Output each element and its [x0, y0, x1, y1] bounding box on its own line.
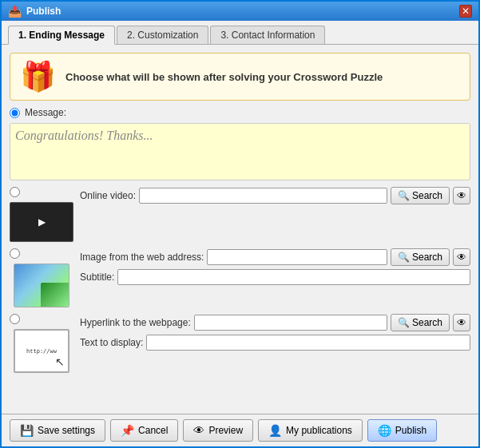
video-search-button[interactable]: 🔍 Search — [391, 187, 450, 204]
image-url-input[interactable] — [207, 249, 387, 265]
save-icon: 💾 — [20, 424, 34, 437]
video-eye-button[interactable]: 👁 — [453, 187, 470, 204]
video-radio[interactable] — [10, 187, 20, 197]
text-to-display-label: Text to display: — [80, 337, 143, 348]
main-content: 🎁 Choose what will be shown after solvin… — [2, 45, 478, 414]
cancel-button[interactable]: 📌 Cancel — [110, 419, 178, 442]
tab-contact-information[interactable]: 3. Contact Information — [210, 26, 325, 44]
hyperlink-url-input[interactable] — [194, 315, 387, 331]
tab-ending-message[interactable]: 1. Ending Message — [8, 26, 115, 45]
subtitle-input[interactable] — [117, 269, 470, 285]
image-url-label: Image from the web address: — [80, 252, 204, 263]
hyperlink-eye-icon: 👁 — [457, 317, 466, 328]
message-radio[interactable] — [10, 108, 20, 118]
image-eye-button[interactable]: 👁 — [453, 248, 470, 266]
publish-label: Publish — [395, 425, 426, 436]
gift-icon: 🎁 — [20, 60, 56, 93]
image-radio-row — [10, 248, 20, 259]
hyperlink-section: http://ww ↖ Hyperlink to the webpage: 🔍 … — [10, 314, 470, 373]
image-eye-icon: 👁 — [457, 252, 466, 263]
image-url-row: Image from the web address: 🔍 Search 👁 — [80, 248, 470, 266]
play-icon: ▶ — [38, 216, 46, 228]
video-url-row: Online video: 🔍 Search 👁 — [80, 187, 470, 204]
image-search-icon: 🔍 — [398, 252, 410, 263]
my-publications-label: My publications — [286, 425, 352, 436]
image-search-label: Search — [412, 252, 442, 263]
message-label: Message: — [25, 107, 66, 118]
image-search-button[interactable]: 🔍 Search — [391, 248, 450, 266]
text-to-display-row: Text to display: — [80, 335, 470, 351]
hyperlink-url-row: Hyperlink to the webpage: 🔍 Search 👁 — [80, 314, 470, 331]
video-fields: Online video: 🔍 Search 👁 — [80, 187, 470, 204]
subtitle-label: Subtitle: — [80, 272, 114, 283]
hyperlink-search-label: Search — [412, 317, 442, 328]
cancel-label: Cancel — [138, 425, 168, 436]
hyperlink-fields: Hyperlink to the webpage: 🔍 Search 👁 Tex… — [80, 314, 470, 351]
header-box: 🎁 Choose what will be shown after solvin… — [10, 53, 470, 101]
close-icon: ✕ — [462, 6, 470, 17]
header-text: Choose what will be shown after solving … — [65, 71, 383, 83]
image-fields: Image from the web address: 🔍 Search 👁 S… — [80, 248, 470, 285]
publish-window: 📤 Publish ✕ 1. Ending Message 2. Customi… — [0, 0, 480, 448]
save-label: Save settings — [38, 425, 95, 436]
tab-customization[interactable]: 2. Customization — [117, 26, 208, 44]
image-radio[interactable] — [10, 248, 20, 259]
message-textarea[interactable]: Congratulations! Thanks... — [10, 123, 470, 180]
close-button[interactable]: ✕ — [459, 5, 472, 18]
http-text: http://ww — [26, 348, 57, 355]
window-icon: 📤 — [8, 5, 22, 18]
publications-icon: 👤 — [268, 424, 282, 437]
hyperlink-url-label: Hyperlink to the webpage: — [80, 317, 191, 328]
bottom-bar: 💾 Save settings 📌 Cancel 👁 Preview 👤 My … — [2, 414, 478, 446]
my-publications-button[interactable]: 👤 My publications — [258, 419, 363, 442]
video-url-input[interactable] — [139, 188, 387, 204]
hyperlink-search-icon: 🔍 — [398, 317, 410, 328]
video-thumbnail: ▶ — [10, 202, 73, 242]
hyperlink-search-button[interactable]: 🔍 Search — [391, 314, 450, 331]
tab-bar: 1. Ending Message 2. Customization 3. Co… — [2, 21, 478, 45]
publish-icon: 🌐 — [378, 424, 391, 437]
hyperlink-thumbnail: http://ww ↖ — [14, 329, 69, 373]
preview-icon: 👁 — [193, 424, 204, 437]
preview-label: Preview — [208, 425, 243, 436]
message-section: Message: Congratulations! Thanks... — [10, 107, 470, 180]
publish-button[interactable]: 🌐 Publish — [367, 419, 437, 442]
video-section: ▶ Online video: 🔍 Search 👁 — [10, 187, 470, 242]
preview-button[interactable]: 👁 Preview — [183, 419, 253, 442]
cancel-icon: 📌 — [121, 424, 134, 437]
image-thumbnail — [14, 264, 69, 307]
video-search-icon: 🔍 — [398, 190, 410, 201]
hyperlink-eye-button[interactable]: 👁 — [453, 314, 470, 331]
video-eye-icon: 👁 — [457, 190, 466, 201]
save-settings-button[interactable]: 💾 Save settings — [10, 419, 105, 442]
video-radio-row — [10, 187, 20, 197]
hyperlink-radio-row — [10, 314, 20, 324]
video-search-label: Search — [412, 190, 442, 201]
video-label: Online video: — [80, 190, 136, 201]
subtitle-row: Subtitle: — [80, 269, 470, 285]
message-radio-row: Message: — [10, 107, 470, 118]
text-to-display-input[interactable] — [146, 335, 470, 351]
title-bar: 📤 Publish ✕ — [2, 2, 478, 21]
window-title: Publish — [26, 6, 61, 17]
title-bar-left: 📤 Publish — [8, 5, 61, 18]
hyperlink-radio[interactable] — [10, 314, 20, 324]
cursor-icon: ↖ — [55, 355, 65, 368]
image-section: Image from the web address: 🔍 Search 👁 S… — [10, 248, 470, 307]
